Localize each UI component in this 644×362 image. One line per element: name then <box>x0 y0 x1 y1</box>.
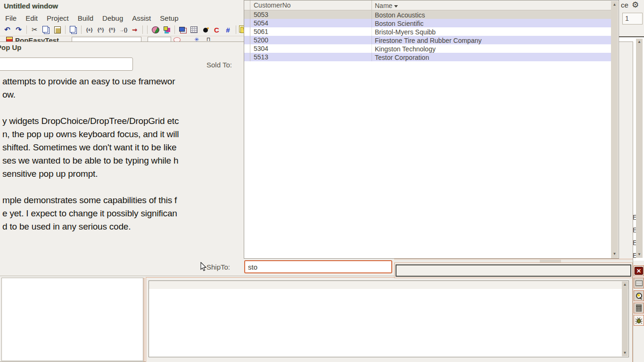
divider <box>0 276 395 277</box>
ship-to-input[interactable] <box>244 260 392 273</box>
window-title: Untitled window <box>4 2 58 10</box>
compile-icon[interactable] <box>150 25 161 35</box>
cell-name: Testor Corporation <box>372 53 611 61</box>
mouse-cursor <box>200 262 207 272</box>
paste-icon[interactable] <box>52 25 63 35</box>
cell-name: Kingston Technology <box>372 44 611 53</box>
description-line <box>2 101 179 115</box>
close-icon: ✕ <box>635 267 643 275</box>
toolbar-separator <box>26 25 27 34</box>
menu-item-debug[interactable]: Debug <box>101 14 124 23</box>
ship-to-label: ShipTo: <box>206 263 230 271</box>
description-line: e yet. I expect to change it possibly si… <box>2 207 179 220</box>
grid-row[interactable]: 5061Bristol-Myers Squibb <box>244 27 611 36</box>
toolbar-separator <box>147 25 148 34</box>
brace-goto-icon[interactable]: →{} <box>118 25 129 35</box>
toolbar-separator <box>236 25 236 34</box>
menu-item-assist[interactable]: Assist <box>131 14 152 23</box>
grid-row[interactable]: 5200Firestone Tire and Rubber Company <box>244 36 611 44</box>
gear-icon[interactable]: ⚙ <box>632 0 639 10</box>
copy-icon[interactable] <box>41 25 51 35</box>
cell-customer-no: 5061 <box>250 27 372 36</box>
grid-header-name[interactable]: Name <box>372 0 611 10</box>
cell-name: Boston Scientific <box>372 19 611 27</box>
description-line: mple demonstrates some capabilities of t… <box>2 194 179 207</box>
description-line: sensitive pop up prompt. <box>2 167 179 181</box>
combo-edit-box[interactable] <box>396 264 631 277</box>
bottom-right-panel: ▲ ▼ <box>146 277 633 362</box>
cell-name: Bristol-Myers Squibb <box>372 27 611 36</box>
grid-row[interactable]: 5053Boston Acoustics <box>244 10 611 19</box>
build-icon[interactable] <box>161 25 172 35</box>
bottom-left-panel[interactable] <box>1 278 143 361</box>
scroll-down-icon[interactable]: ▼ <box>622 351 628 355</box>
menu-item-edit[interactable]: Edit <box>24 14 39 23</box>
jump-icon[interactable]: ⇝ <box>129 25 140 35</box>
brace-down-icon[interactable]: {^} <box>107 25 117 35</box>
calculator-icon <box>636 304 642 312</box>
cell-name: Firestone Tire and Rubber Company <box>372 36 611 44</box>
brace-insert-icon[interactable]: {+} <box>84 25 95 35</box>
scroll-down-icon[interactable]: ▼ <box>611 252 618 256</box>
grid-header-row: CustomerNo Name <box>244 0 611 10</box>
memo-header-strip <box>149 281 628 289</box>
description-line <box>2 181 179 194</box>
cell-name: Boston Acoustics <box>372 10 611 19</box>
description-text: attempts to provide an easy to use frame… <box>2 75 179 233</box>
calculator-button[interactable] <box>634 303 644 313</box>
right-panel-scrollbar[interactable]: ▲ ▼ <box>636 39 643 258</box>
grid-header-customerno[interactable]: CustomerNo <box>250 0 372 10</box>
description-line: attempts to provide an easy to use frame… <box>2 75 179 88</box>
breakpoints-icon[interactable]: # <box>223 25 233 35</box>
scroll-down-icon[interactable]: ▼ <box>636 252 643 257</box>
popup-window-title: Pop Up <box>0 43 22 51</box>
watch-icon[interactable] <box>189 25 199 35</box>
bomb-icon[interactable] <box>200 25 211 35</box>
description-line: ses we wanted to be able to be typing wh… <box>2 154 179 167</box>
grid-vertical-scrollbar[interactable]: ▲ ▼ <box>611 1 618 258</box>
grid-row[interactable]: 5304Kingston Technology <box>244 44 611 53</box>
toolbar-separator <box>142 25 143 34</box>
screens-icon[interactable] <box>177 25 188 35</box>
grid-row[interactable]: 5513Testor Corporation <box>244 53 611 61</box>
redo-icon[interactable]: ↷ <box>13 25 24 35</box>
bug-icon <box>635 317 643 324</box>
debug-button[interactable] <box>634 315 644 326</box>
cell-customer-no: 5053 <box>250 10 372 19</box>
grid-horizontal-scrollbar[interactable] <box>394 259 633 263</box>
menu-item-build[interactable]: Build <box>76 14 95 23</box>
scroll-up-icon[interactable]: ▲ <box>622 282 628 287</box>
toolbar-separator <box>81 25 82 34</box>
scroll-up-icon[interactable]: ▲ <box>636 40 643 44</box>
screen: Untitled window FileEditProjectBuildDebu… <box>0 0 644 362</box>
menu-item-project[interactable]: Project <box>45 14 70 23</box>
brace-up-icon[interactable]: {^} <box>95 25 106 35</box>
grid-rows: 5053Boston Acoustics5054Boston Scientifi… <box>244 10 611 61</box>
description-line: ow. <box>2 88 179 101</box>
scroll-up-icon[interactable]: ▲ <box>611 2 618 7</box>
sold-to-label: Sold To: <box>206 61 232 69</box>
bottom-memo-box[interactable]: ▲ ▼ <box>149 280 629 357</box>
memo-scrollbar[interactable]: ▲ ▼ <box>622 281 628 356</box>
cell-customer-no: 5513 <box>250 53 372 61</box>
grid-row-gutter <box>244 27 250 36</box>
customer-dropdown-grid: CustomerNo Name 5053Boston Acoustics5054… <box>244 0 619 259</box>
form-list-button[interactable] <box>634 278 644 288</box>
cell-customer-no: 5054 <box>250 19 372 27</box>
reload-icon[interactable]: C <box>211 25 222 35</box>
menu-item-setup[interactable]: Setup <box>158 14 180 23</box>
description-line: n, the pop up owns keyboard focus, and i… <box>2 128 179 141</box>
zoom-button[interactable] <box>634 290 644 301</box>
grid-row-gutter <box>244 19 250 27</box>
spin-value-box[interactable]: 1 <box>622 13 643 25</box>
cut-icon[interactable]: ✂ <box>29 25 40 35</box>
grid-header-name-label: Name <box>375 2 392 9</box>
undo-icon[interactable]: ↶ <box>2 25 13 35</box>
grid-row[interactable]: 5054Boston Scientific <box>244 19 611 27</box>
sold-to-input[interactable] <box>0 58 133 71</box>
menu-item-file[interactable]: File <box>4 14 18 23</box>
copy-alt-icon[interactable] <box>68 25 79 35</box>
grid-row-gutter <box>244 10 250 19</box>
description-line: y widgets DropChoice/DropTree/DropGrid e… <box>2 115 179 128</box>
close-button[interactable]: ✕ <box>634 265 644 276</box>
